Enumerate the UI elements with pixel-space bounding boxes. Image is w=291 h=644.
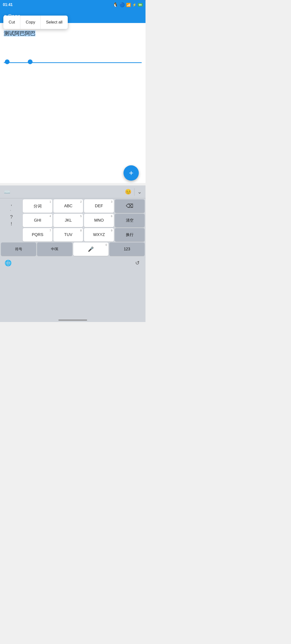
- key-num-8: 8: [80, 229, 82, 232]
- key-num-7: 7: [49, 229, 51, 232]
- keyboard-bottom-row: 🌐 ↺: [0, 256, 145, 269]
- app-icon: 🔵: [119, 2, 125, 8]
- selected-text: 测试阿巴阿巴: [4, 30, 35, 36]
- key-fenci[interactable]: 1 分词: [23, 199, 52, 213]
- status-bar: 01:41 🐧 🔵 📶 ⚡ 99 DEBUG: [0, 0, 145, 10]
- select-all-menu-item[interactable]: Select all: [41, 16, 68, 29]
- key-num-6: 6: [111, 215, 112, 218]
- key-wxyz[interactable]: 9 WXYZ: [84, 228, 114, 242]
- key-row-2: ? ! 4 GHI 5 JKL 6 MNO 清空: [1, 214, 145, 227]
- newline-key[interactable]: 换行: [115, 228, 145, 242]
- cut-menu-item[interactable]: Cut: [3, 16, 20, 29]
- key-num-9: 9: [111, 229, 112, 232]
- question-key[interactable]: ?: [10, 214, 13, 220]
- content-area: 测试阿巴阿巴: [0, 23, 145, 183]
- key-label-jkl: JKL: [65, 218, 72, 223]
- key-pqrs[interactable]: 7 PQRS: [23, 228, 52, 242]
- exclaim-key[interactable]: !: [11, 221, 12, 227]
- key-def[interactable]: 3 DEF: [84, 199, 114, 213]
- space-num: 0: [106, 244, 107, 246]
- key-row-3: 7 PQRS 8 TUV 9 WXYZ 换行: [1, 228, 145, 242]
- key-row-1: , 。 1 分词 2 ABC 3 DEF ⌫: [1, 199, 145, 213]
- key-num-3: 3: [111, 200, 112, 203]
- selection-handle-right[interactable]: [28, 60, 32, 64]
- key-num-4: 4: [49, 215, 51, 218]
- tencent-icon: 🐧: [113, 2, 118, 8]
- wifi-icon: 📶: [126, 3, 131, 7]
- symbol-col-2: ? !: [1, 214, 22, 227]
- status-time: 01:41: [3, 3, 13, 7]
- key-jkl[interactable]: 5 JKL: [53, 214, 83, 227]
- key-abc[interactable]: 2 ABC: [53, 199, 83, 213]
- selection-underline: [4, 62, 142, 63]
- key-label-ghi: GHI: [34, 218, 41, 223]
- toolbar-divider: [134, 188, 134, 196]
- key-label-wxyz: WXYZ: [93, 232, 105, 237]
- number-key[interactable]: 123: [109, 242, 145, 256]
- home-indicator: [58, 320, 87, 320]
- key-num-1: 1: [49, 200, 51, 203]
- key-ghi[interactable]: 4 GHI: [23, 214, 52, 227]
- zh-en-key[interactable]: 中/英: [37, 242, 72, 256]
- key-tuv[interactable]: 8 TUV: [53, 228, 83, 242]
- fab-plus-icon: +: [129, 169, 134, 177]
- chevron-down-icon[interactable]: ⌄: [137, 189, 142, 195]
- symbols-key[interactable]: 符号: [1, 242, 36, 256]
- key-num-2: 2: [80, 200, 82, 203]
- context-menu: Cut Copy Select all: [3, 16, 68, 29]
- debug-text: DEBUG: [141, 0, 145, 10]
- selection-handle-left[interactable]: [5, 60, 9, 64]
- comma-key[interactable]: ,: [11, 201, 12, 206]
- key-mno[interactable]: 6 MNO: [84, 214, 114, 227]
- key-label-fenci: 分词: [33, 204, 42, 209]
- clear-key[interactable]: 清空: [115, 214, 145, 227]
- mic-icon: 🎤: [88, 246, 94, 252]
- symbol-column: , 。: [1, 199, 22, 213]
- keyboard-area: ⌨️ 😊 ⌄ , 。 1 分词 2 ABC 3 D: [0, 186, 145, 322]
- key-num-5: 5: [80, 215, 82, 218]
- toolbar-left: ⌨️: [4, 189, 10, 195]
- globe-icon[interactable]: 🌐: [3, 258, 13, 268]
- keyboard-icon[interactable]: ⌨️: [4, 189, 10, 195]
- keyboard-toolbar: ⌨️ 😊 ⌄: [0, 186, 145, 198]
- emoji-icon[interactable]: 😊: [125, 189, 131, 195]
- debug-badge: DEBUG: [132, 0, 145, 13]
- copy-menu-item[interactable]: Copy: [20, 16, 41, 29]
- refresh-icon[interactable]: ↺: [132, 258, 143, 268]
- key-label-abc: ABC: [64, 204, 72, 208]
- key-label-mno: MNO: [94, 218, 104, 223]
- key-label-tuv: TUV: [64, 232, 72, 237]
- key-row-4: 符号 中/英 0 🎤 123: [1, 242, 145, 256]
- key-label-pqrs: PQRS: [32, 232, 43, 237]
- key-label-def: DEF: [95, 204, 103, 208]
- keyboard-keys: , 。 1 分词 2 ABC 3 DEF ⌫ ? ! 4: [0, 198, 145, 256]
- space-key[interactable]: 0 🎤: [73, 242, 108, 256]
- delete-key[interactable]: ⌫: [115, 199, 145, 213]
- fab-add-button[interactable]: +: [123, 165, 139, 181]
- period-key[interactable]: 。: [10, 208, 12, 211]
